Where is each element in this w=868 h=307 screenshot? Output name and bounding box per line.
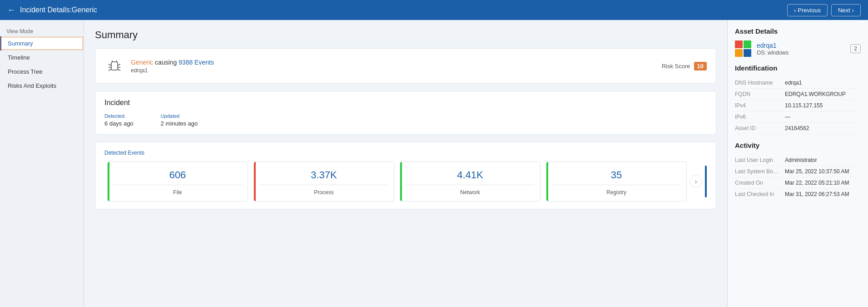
event-card[interactable]: 4.41K Network bbox=[400, 161, 541, 201]
activity-row: Last User Login Administrator bbox=[735, 155, 861, 166]
sidebar-item-timeline[interactable]: Timeline bbox=[0, 50, 84, 65]
activity-row: Created On Mar 22, 2022 05:21:10 AM bbox=[735, 177, 861, 189]
risk-score-area: Risk Score 10 bbox=[662, 62, 707, 70]
event-count: 35 bbox=[552, 169, 681, 181]
updated-value: 2 minutes ago bbox=[161, 120, 198, 127]
event-label: File bbox=[173, 189, 182, 196]
incident-section-title: Incident bbox=[104, 99, 707, 107]
activity-label: Created On bbox=[735, 180, 785, 186]
id-value: EDRQA1.WORKGROUP bbox=[785, 91, 846, 97]
page-title: Summary bbox=[95, 29, 716, 41]
activity-value: Administrator bbox=[785, 157, 817, 163]
asset-card: edrqa1 OS: windows 2 bbox=[735, 40, 861, 57]
activity-label: Last Checked In bbox=[735, 191, 785, 197]
svg-line-7 bbox=[112, 60, 113, 62]
event-card[interactable]: 3.37K Process bbox=[253, 161, 394, 201]
identification-row: IPv6 — bbox=[735, 111, 861, 123]
identification-row: FQDN EDRQA1.WORKGROUP bbox=[735, 89, 861, 100]
id-label: DNS Hostname bbox=[735, 80, 785, 86]
activity-row: Last Checked In Mar 31, 2022 06:27:53 AM bbox=[735, 189, 861, 200]
sidebar: View Mode Summary Timeline Process Tree … bbox=[0, 20, 84, 307]
detected-events-label: Detected Events bbox=[104, 150, 707, 156]
id-label: Asset ID bbox=[735, 125, 785, 131]
windows-logo bbox=[735, 40, 751, 57]
event-bar bbox=[254, 162, 256, 201]
previous-button[interactable]: ‹ Previous bbox=[787, 4, 828, 16]
incident-generic-link[interactable]: Generic bbox=[131, 59, 153, 66]
event-bar bbox=[400, 162, 402, 201]
event-card[interactable]: 35 Registry bbox=[546, 161, 687, 201]
main-content: Summary bbox=[84, 20, 727, 307]
activity-value: Mar 25, 2022 10:37:50 AM bbox=[785, 168, 849, 175]
event-label: Process bbox=[314, 189, 333, 196]
id-value: 24164562 bbox=[785, 125, 809, 131]
svg-line-8 bbox=[116, 60, 117, 62]
event-divider bbox=[113, 185, 242, 185]
identification-row: Asset ID 24164562 bbox=[735, 123, 861, 134]
id-label: FQDN bbox=[735, 91, 785, 97]
id-label: IPv6 bbox=[735, 114, 785, 120]
event-label: Registry bbox=[606, 189, 626, 196]
incident-header-card: Generic causing 9388 Events edrqa1 Risk … bbox=[95, 48, 716, 84]
chevron-left-icon: ‹ bbox=[794, 7, 796, 14]
detected-value: 6 days ago bbox=[104, 120, 134, 127]
event-divider bbox=[406, 185, 535, 185]
svg-line-6 bbox=[118, 69, 120, 70]
events-row-container: 606 File 3.37K Process 4.41K Network 35 … bbox=[104, 161, 707, 201]
asset-name-link[interactable]: edrqa1 bbox=[757, 42, 789, 49]
activity-title: Activity bbox=[735, 141, 861, 149]
bug-icon bbox=[104, 56, 124, 76]
detected-events-card: Detected Events 606 File 3.37K Process 4… bbox=[95, 142, 716, 209]
incident-sub: edrqa1 bbox=[131, 67, 214, 74]
topbar-nav: ‹ Previous Next › bbox=[787, 4, 861, 16]
back-arrow-icon[interactable]: ← bbox=[7, 5, 15, 15]
events-row: 606 File 3.37K Process 4.41K Network 35 … bbox=[104, 161, 689, 201]
sidebar-section-label: View Mode bbox=[0, 25, 84, 36]
identification-title: Identification bbox=[735, 64, 861, 72]
activity-rows: Last User Login Administrator Last Syste… bbox=[735, 155, 861, 200]
event-card[interactable]: 606 File bbox=[107, 161, 248, 201]
event-divider bbox=[552, 185, 681, 185]
svg-rect-0 bbox=[111, 62, 118, 70]
right-panel: Asset Details edrqa1 OS: windows 2 Ident… bbox=[727, 20, 868, 307]
next-button[interactable]: Next › bbox=[831, 4, 861, 16]
asset-info: edrqa1 OS: windows bbox=[757, 42, 789, 56]
windows-square bbox=[744, 40, 751, 48]
topbar-title: Incident Details:Generic bbox=[20, 6, 97, 14]
risk-score-badge: 10 bbox=[694, 62, 707, 70]
events-next-button[interactable]: › bbox=[689, 175, 702, 188]
activity-value: Mar 22, 2022 05:21:10 AM bbox=[785, 180, 849, 186]
svg-line-4 bbox=[118, 64, 120, 65]
main-layout: View Mode Summary Timeline Process Tree … bbox=[0, 20, 868, 307]
topbar-left: ← Incident Details:Generic bbox=[7, 5, 97, 15]
activity-section: Activity Last User Login Administrator L… bbox=[735, 141, 861, 200]
updated-label: Updated bbox=[161, 113, 198, 119]
asset-details-title: Asset Details bbox=[735, 27, 861, 35]
event-divider bbox=[259, 185, 388, 185]
incident-card: Incident Detected 6 days ago Updated 2 m… bbox=[95, 91, 716, 135]
sidebar-item-summary[interactable]: Summary bbox=[0, 36, 84, 50]
identification-rows: DNS Hostname edrqa1 FQDN EDRQA1.WORKGROU… bbox=[735, 77, 861, 134]
incident-events-link[interactable]: 9388 Events bbox=[179, 59, 214, 66]
event-bar bbox=[108, 162, 109, 201]
sidebar-item-risks-exploits[interactable]: Risks And Exploits bbox=[0, 79, 84, 93]
id-value: — bbox=[785, 114, 790, 120]
asset-os: OS: windows bbox=[757, 50, 789, 56]
windows-square bbox=[735, 40, 743, 48]
asset-badge: 2 bbox=[850, 44, 861, 53]
activity-label: Last System Bo... bbox=[735, 168, 785, 175]
incident-name-area: Generic causing 9388 Events edrqa1 bbox=[131, 59, 214, 74]
event-count: 4.41K bbox=[406, 169, 535, 181]
id-value: 10.115.127.155 bbox=[785, 102, 823, 109]
risk-score-label: Risk Score bbox=[662, 63, 690, 70]
event-count: 3.37K bbox=[259, 169, 388, 181]
meta-detected: Detected 6 days ago bbox=[104, 113, 134, 127]
sidebar-item-process-tree[interactable]: Process Tree bbox=[0, 65, 84, 79]
windows-square bbox=[744, 49, 751, 57]
incident-header-left: Generic causing 9388 Events edrqa1 bbox=[104, 56, 214, 76]
meta-updated: Updated 2 minutes ago bbox=[161, 113, 198, 127]
incident-name-row: Generic causing 9388 Events bbox=[131, 59, 214, 66]
svg-line-3 bbox=[109, 69, 111, 70]
detected-label: Detected bbox=[104, 113, 134, 119]
incident-meta: Detected 6 days ago Updated 2 minutes ag… bbox=[104, 113, 707, 127]
